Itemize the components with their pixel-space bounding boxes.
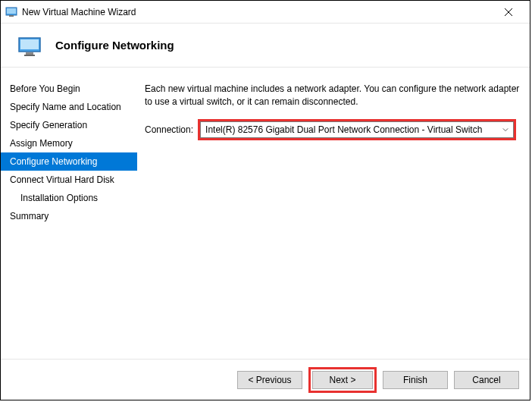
next-highlight: Next > bbox=[308, 367, 377, 393]
svg-rect-2 bbox=[9, 15, 14, 17]
connection-dropdown[interactable]: Intel(R) 82576 Gigabit Dual Port Network… bbox=[200, 121, 514, 138]
connection-value: Intel(R) 82576 Gigabit Dual Port Network… bbox=[205, 124, 482, 135]
next-button[interactable]: Next > bbox=[312, 371, 373, 389]
description-text: Each new virtual machine includes a netw… bbox=[145, 83, 520, 108]
wizard-steps: Before You Begin Specify Name and Locati… bbox=[1, 68, 137, 359]
connection-highlight: Intel(R) 82576 Gigabit Dual Port Network… bbox=[198, 119, 516, 140]
svg-rect-8 bbox=[24, 55, 35, 56]
header-icon bbox=[17, 33, 42, 58]
step-connect-vhd[interactable]: Connect Virtual Hard Disk bbox=[1, 171, 137, 189]
step-specify-name[interactable]: Specify Name and Location bbox=[1, 98, 137, 116]
step-before-you-begin[interactable]: Before You Begin bbox=[1, 80, 137, 98]
step-summary[interactable]: Summary bbox=[1, 207, 137, 225]
step-specify-generation[interactable]: Specify Generation bbox=[1, 116, 137, 134]
wizard-footer: < Previous Next > Finish Cancel bbox=[1, 359, 530, 400]
app-icon bbox=[5, 6, 17, 18]
connection-row: Connection: Intel(R) 82576 Gigabit Dual … bbox=[145, 119, 522, 140]
chevron-down-icon bbox=[502, 127, 509, 133]
close-button[interactable] bbox=[493, 1, 524, 23]
window-title: New Virtual Machine Wizard bbox=[22, 7, 493, 17]
connection-label: Connection: bbox=[145, 124, 193, 135]
wizard-body: Before You Begin Specify Name and Locati… bbox=[1, 68, 530, 359]
svg-rect-1 bbox=[7, 8, 16, 14]
cancel-button[interactable]: Cancel bbox=[454, 371, 519, 389]
step-assign-memory[interactable]: Assign Memory bbox=[1, 134, 137, 152]
step-installation-options[interactable]: Installation Options bbox=[1, 189, 137, 207]
wizard-window: New Virtual Machine Wizard Configure Net… bbox=[0, 0, 530, 400]
svg-rect-6 bbox=[20, 39, 39, 49]
svg-rect-7 bbox=[26, 52, 33, 55]
wizard-header: Configure Networking bbox=[1, 24, 530, 68]
finish-button[interactable]: Finish bbox=[383, 371, 448, 389]
wizard-main: Each new virtual machine includes a netw… bbox=[137, 68, 530, 359]
page-title: Configure Networking bbox=[55, 39, 174, 52]
step-configure-networking[interactable]: Configure Networking bbox=[1, 152, 137, 171]
titlebar: New Virtual Machine Wizard bbox=[1, 1, 530, 24]
close-icon bbox=[505, 8, 512, 16]
previous-button[interactable]: < Previous bbox=[237, 371, 302, 389]
